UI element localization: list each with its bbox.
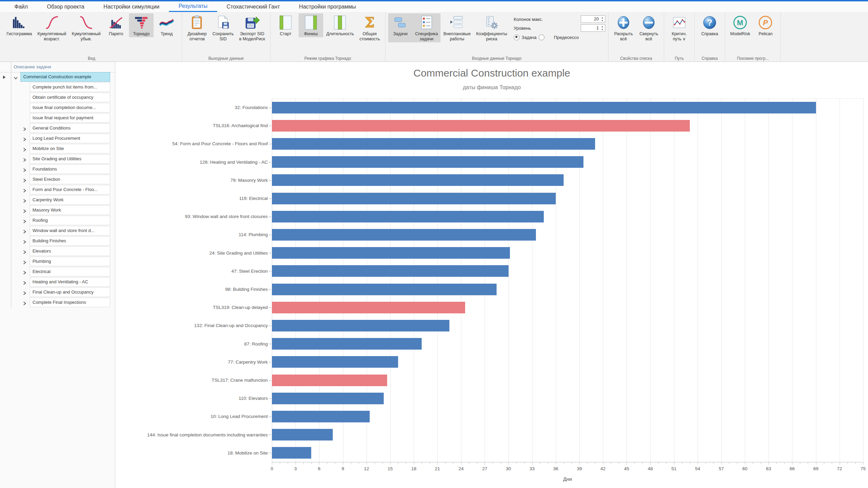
task-tree-row-long-lead-procurement[interactable]: Long Lead Procurement: [0, 134, 115, 144]
chevron-right-icon[interactable]: [23, 126, 27, 131]
modelrisk-button[interactable]: MModelRisk: [728, 13, 752, 37]
button-label: Свернуть всё: [640, 31, 658, 42]
task-tree-row-complete-punch-list-items-from[interactable]: Complete punch list items from...: [0, 82, 115, 93]
button-label: Сохранить SID: [212, 31, 234, 42]
chevron-down-icon[interactable]: [14, 75, 18, 79]
chevron-right-icon[interactable]: [23, 198, 27, 202]
cumulative-descending-icon: [78, 14, 94, 31]
task-tree-row-electrical[interactable]: Electrical: [0, 267, 115, 277]
критич-button[interactable]: Критич. путь ∨: [667, 13, 692, 42]
axis-tick: [642, 462, 643, 464]
task-tree-row-issue-final-request-for-payment[interactable]: Issue final request for payment: [0, 113, 115, 123]
task-tree-row-complete-final-inspections[interactable]: Complete Final Inspections: [0, 298, 115, 308]
axis-tick: [674, 462, 674, 465]
tab-результаты[interactable]: Результаты: [169, 1, 217, 12]
chevron-right-icon[interactable]: [23, 239, 27, 243]
bar-label: 32: Foundations: [116, 98, 268, 117]
chevron-right-icon[interactable]: [23, 219, 27, 223]
chevron-right-icon[interactable]: [23, 270, 27, 274]
сохранить-button[interactable]: Сохранить SID: [210, 13, 236, 42]
chevron-right-icon[interactable]: [23, 147, 27, 151]
task-tree-row-steel-erection[interactable]: Steel Erection: [0, 175, 115, 185]
task-tree-row-masonry-work[interactable]: Masonry Work: [0, 205, 115, 216]
tab-настройки-программы[interactable]: Настройки программы: [289, 1, 366, 12]
внеплановые-button[interactable]: Внеплановые работы: [441, 13, 473, 42]
коэффициенты-button[interactable]: Коэффициенты риска: [474, 13, 510, 42]
task-tree-row-carpentry-work[interactable]: Carpentry Work: [0, 195, 115, 205]
task-tree-row-elevators[interactable]: Elevators: [0, 246, 115, 257]
button-label: Коэффициенты риска: [476, 31, 507, 42]
task-label: General Conditions: [30, 123, 110, 133]
axis-tick: [682, 462, 682, 464]
task-tree-row-mobilize-on-site[interactable]: Mobilize on Site: [0, 144, 115, 154]
task-label: Commercial Construction example: [21, 72, 110, 82]
button-label: Специфика задачи: [415, 31, 438, 42]
task-tree-row-roofing[interactable]: Roofing: [0, 216, 115, 226]
гистограмма-button[interactable]: Гистограмма: [4, 13, 34, 37]
старт-button[interactable]: Старт: [273, 13, 298, 37]
radio-предесессо[interactable]: [539, 35, 544, 40]
chevron-right-icon[interactable]: [23, 178, 27, 182]
task-tree-row-form-and-pour-concrete-floo[interactable]: Form and Pour Concrete - Floo...: [0, 185, 115, 195]
task-tree-row-commercial-construction-example[interactable]: Commercial Construction example: [0, 72, 115, 82]
task-tree-row-final-clean-up-and-occupancy[interactable]: Final Clean-up and Occupancy: [0, 287, 115, 298]
торнадо-button[interactable]: Торнадо: [129, 13, 154, 37]
spin-down-icon[interactable]: ▾: [600, 28, 604, 31]
дизайнер-button[interactable]: Дизайнер отчетов: [185, 13, 209, 42]
bar-label: 47: Steel Erection: [116, 262, 268, 280]
задачи-button[interactable]: Задачи: [388, 13, 413, 42]
свернуть-button[interactable]: Свернуть всё: [636, 13, 661, 42]
radio-задача[interactable]: [514, 35, 520, 40]
task-tree-row-issue-final-completion-docume[interactable]: Issue final completion docume...: [0, 103, 115, 113]
раскрыть-button[interactable]: Раскрыть всё: [611, 13, 636, 42]
tornado-row-144-issue-final-completion-documents-including-warranties: 144: Issue final completion documents in…: [116, 426, 868, 444]
task-tree-row-obtain-certificate-of-occupancy[interactable]: Obtain certificate of occupancy: [0, 93, 115, 103]
task-tree-row-foundations[interactable]: Foundations: [0, 164, 115, 175]
длительность-button[interactable]: Длительность: [324, 13, 356, 37]
tab-настройки-симуляции[interactable]: Настройки симуляции: [94, 1, 169, 12]
spin-up-icon[interactable]: ▴: [600, 25, 604, 28]
tab-файл[interactable]: Файл: [5, 1, 37, 12]
task-tree-row-window-wall-and-store-front-d[interactable]: Window wall and store front d...: [0, 226, 115, 236]
chevron-right-icon[interactable]: [23, 167, 27, 172]
axis-tick: [571, 462, 572, 464]
chevron-right-icon[interactable]: [23, 208, 27, 213]
task-tree-row-site-grading-and-utilities[interactable]: Site Grading and Utilities: [0, 154, 115, 164]
финиш-button[interactable]: Финиш: [299, 13, 323, 37]
парето-button[interactable]: Парето: [104, 13, 128, 37]
chevron-right-icon[interactable]: [23, 137, 27, 141]
bar-label: 110: Elevators: [116, 389, 268, 407]
chevron-right-icon[interactable]: [23, 188, 27, 192]
spin-up-icon[interactable]: ▴: [600, 16, 604, 19]
chevron-right-icon[interactable]: [23, 280, 27, 284]
pelican-button[interactable]: PPelican: [753, 13, 778, 37]
axis-tick: [587, 462, 588, 464]
уровень-stepper[interactable]: 1▴▾: [581, 24, 605, 32]
bar-label: TSL317: Crane malfunction: [116, 371, 268, 389]
axis-tick: [564, 462, 564, 464]
spin-down-icon[interactable]: ▾: [600, 19, 604, 22]
колонок-макс-stepper[interactable]: 20▴▾: [581, 15, 605, 23]
кумулятивный-button[interactable]: Кумулятивный убыв.: [69, 13, 103, 42]
tab-обзор-проекта[interactable]: Обзор проекта: [37, 1, 94, 12]
axis-tick: [556, 462, 556, 465]
chevron-right-icon[interactable]: [23, 301, 27, 305]
общая-button[interactable]: ΣОбщая стоимость: [357, 13, 382, 42]
task-bar: [272, 393, 384, 404]
справка-button[interactable]: ?Справка: [697, 13, 722, 37]
task-tree-row-building-finishes[interactable]: Building Finishes: [0, 236, 115, 246]
x-axis: [272, 462, 863, 462]
кумулятивный-button[interactable]: Кумулятивный возраст.: [35, 13, 68, 42]
chevron-right-icon[interactable]: [23, 157, 27, 161]
экспорт-sid-button[interactable]: Экспорт SID в МоделРиск: [237, 13, 267, 42]
тренд-button[interactable]: Тренд: [154, 13, 179, 37]
chevron-right-icon[interactable]: [23, 229, 27, 233]
task-tree-row-heating-and-ventilating-ac[interactable]: Heating and Ventilating - AC: [0, 277, 115, 287]
chevron-right-icon[interactable]: [23, 290, 27, 295]
tab-стохастический-гант[interactable]: Стохастический Гант: [217, 1, 290, 12]
task-tree-row-plumbing[interactable]: Plumbing: [0, 257, 115, 267]
chevron-right-icon[interactable]: [23, 260, 27, 264]
chevron-right-icon[interactable]: [23, 249, 27, 254]
task-tree-row-general-conditions[interactable]: General Conditions: [0, 123, 115, 134]
специфика-button[interactable]: Специфика задачи: [413, 13, 440, 42]
